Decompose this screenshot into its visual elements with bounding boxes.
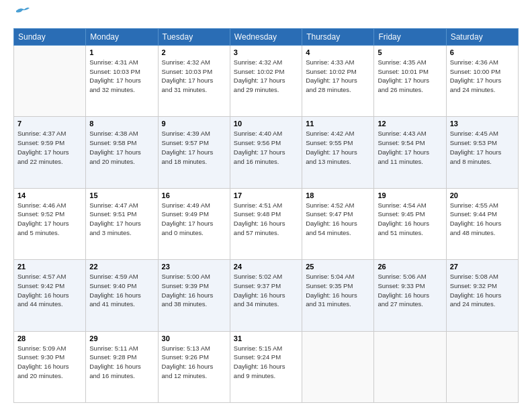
day-info: Sunrise: 4:42 AMSunset: 9:55 PMDaylight:… xyxy=(306,129,370,166)
day-info: Sunrise: 4:47 AMSunset: 9:51 PMDaylight:… xyxy=(89,201,154,238)
weekday-header: Friday xyxy=(374,28,446,45)
weekday-header: Tuesday xyxy=(158,28,230,45)
calendar-cell: 21Sunrise: 4:57 AMSunset: 9:42 PMDayligh… xyxy=(14,260,86,331)
calendar-cell: 10Sunrise: 4:40 AMSunset: 9:56 PMDayligh… xyxy=(230,117,302,188)
calendar-cell: 25Sunrise: 5:04 AMSunset: 9:35 PMDayligh… xyxy=(302,260,374,331)
calendar-cell: 1Sunrise: 4:31 AMSunset: 10:03 PMDayligh… xyxy=(86,45,158,116)
day-info: Sunrise: 5:15 AMSunset: 9:24 PMDaylight:… xyxy=(234,344,298,381)
page: SundayMondayTuesdayWednesdayThursdayFrid… xyxy=(0,0,532,411)
calendar-cell: 2Sunrise: 4:32 AMSunset: 10:03 PMDayligh… xyxy=(158,45,230,116)
day-info: Sunrise: 4:32 AMSunset: 10:03 PMDaylight… xyxy=(162,58,226,95)
day-info: Sunrise: 4:49 AMSunset: 9:49 PMDaylight:… xyxy=(162,201,226,238)
day-number: 6 xyxy=(450,48,515,56)
day-number: 16 xyxy=(162,191,226,199)
day-info: Sunrise: 4:35 AMSunset: 10:01 PMDaylight… xyxy=(378,58,442,95)
day-info: Sunrise: 4:46 AMSunset: 9:52 PMDaylight:… xyxy=(17,201,82,238)
calendar-cell: 13Sunrise: 4:45 AMSunset: 9:53 PMDayligh… xyxy=(446,117,518,188)
day-info: Sunrise: 4:38 AMSunset: 9:58 PMDaylight:… xyxy=(89,129,154,166)
day-info: Sunrise: 4:39 AMSunset: 9:57 PMDaylight:… xyxy=(162,129,226,166)
day-number: 5 xyxy=(378,48,442,56)
day-number: 4 xyxy=(306,48,370,56)
calendar-cell: 29Sunrise: 5:11 AMSunset: 9:28 PMDayligh… xyxy=(86,331,158,402)
calendar-cell: 7Sunrise: 4:37 AMSunset: 9:59 PMDaylight… xyxy=(14,117,86,188)
calendar-cell: 14Sunrise: 4:46 AMSunset: 9:52 PMDayligh… xyxy=(14,188,86,259)
day-number: 10 xyxy=(234,120,298,128)
day-number: 31 xyxy=(234,334,298,342)
day-number: 26 xyxy=(378,263,442,271)
calendar-cell: 17Sunrise: 4:51 AMSunset: 9:48 PMDayligh… xyxy=(230,188,302,259)
day-info: Sunrise: 4:57 AMSunset: 9:42 PMDaylight:… xyxy=(17,272,82,309)
calendar-cell: 11Sunrise: 4:42 AMSunset: 9:55 PMDayligh… xyxy=(302,117,374,188)
day-number: 3 xyxy=(234,48,298,56)
day-number: 13 xyxy=(450,120,515,128)
calendar-cell: 23Sunrise: 5:00 AMSunset: 9:39 PMDayligh… xyxy=(158,260,230,331)
day-info: Sunrise: 5:06 AMSunset: 9:33 PMDaylight:… xyxy=(378,272,442,309)
header xyxy=(13,11,519,24)
calendar-cell: 16Sunrise: 4:49 AMSunset: 9:49 PMDayligh… xyxy=(158,188,230,259)
day-info: Sunrise: 4:59 AMSunset: 9:40 PMDaylight:… xyxy=(89,272,154,309)
day-number: 12 xyxy=(378,120,442,128)
day-number: 29 xyxy=(89,334,154,342)
day-info: Sunrise: 4:51 AMSunset: 9:48 PMDaylight:… xyxy=(234,201,298,238)
day-info: Sunrise: 4:32 AMSunset: 10:02 PMDaylight… xyxy=(234,58,298,95)
calendar-cell: 30Sunrise: 5:13 AMSunset: 9:26 PMDayligh… xyxy=(158,331,230,402)
day-number: 21 xyxy=(17,263,82,271)
calendar-table: SundayMondayTuesdayWednesdayThursdayFrid… xyxy=(13,28,519,403)
day-info: Sunrise: 5:08 AMSunset: 9:32 PMDaylight:… xyxy=(450,272,515,309)
weekday-header: Monday xyxy=(86,28,158,45)
calendar-cell: 19Sunrise: 4:54 AMSunset: 9:45 PMDayligh… xyxy=(374,188,446,259)
day-number: 28 xyxy=(17,334,82,342)
calendar-cell: 15Sunrise: 4:47 AMSunset: 9:51 PMDayligh… xyxy=(86,188,158,259)
day-info: Sunrise: 5:02 AMSunset: 9:37 PMDaylight:… xyxy=(234,272,298,309)
weekday-header: Wednesday xyxy=(230,28,302,45)
day-info: Sunrise: 4:40 AMSunset: 9:56 PMDaylight:… xyxy=(234,129,298,166)
day-info: Sunrise: 5:04 AMSunset: 9:35 PMDaylight:… xyxy=(306,272,370,309)
weekday-header: Sunday xyxy=(14,28,86,45)
day-info: Sunrise: 5:11 AMSunset: 9:28 PMDaylight:… xyxy=(89,344,154,381)
day-number: 1 xyxy=(89,48,154,56)
calendar-cell: 18Sunrise: 4:52 AMSunset: 9:47 PMDayligh… xyxy=(302,188,374,259)
day-number: 14 xyxy=(17,191,82,199)
calendar-cell xyxy=(374,331,446,402)
day-number: 23 xyxy=(162,263,226,271)
day-info: Sunrise: 4:31 AMSunset: 10:03 PMDaylight… xyxy=(89,58,154,95)
weekday-header: Saturday xyxy=(446,28,518,45)
calendar-cell xyxy=(302,331,374,402)
day-number: 22 xyxy=(89,263,154,271)
weekday-header: Thursday xyxy=(302,28,374,45)
day-number: 17 xyxy=(234,191,298,199)
day-number: 30 xyxy=(162,334,226,342)
calendar-cell: 4Sunrise: 4:33 AMSunset: 10:02 PMDayligh… xyxy=(302,45,374,116)
logo-bird-icon xyxy=(15,5,30,17)
day-number: 2 xyxy=(162,48,226,56)
calendar-cell: 6Sunrise: 4:36 AMSunset: 10:00 PMDayligh… xyxy=(446,45,518,116)
day-number: 25 xyxy=(306,263,370,271)
day-number: 18 xyxy=(306,191,370,199)
day-info: Sunrise: 4:54 AMSunset: 9:45 PMDaylight:… xyxy=(378,201,442,238)
day-info: Sunrise: 5:00 AMSunset: 9:39 PMDaylight:… xyxy=(162,272,226,309)
calendar-cell: 12Sunrise: 4:43 AMSunset: 9:54 PMDayligh… xyxy=(374,117,446,188)
calendar-cell: 8Sunrise: 4:38 AMSunset: 9:58 PMDaylight… xyxy=(86,117,158,188)
day-info: Sunrise: 4:52 AMSunset: 9:47 PMDaylight:… xyxy=(306,201,370,238)
calendar-cell: 27Sunrise: 5:08 AMSunset: 9:32 PMDayligh… xyxy=(446,260,518,331)
calendar-cell: 31Sunrise: 5:15 AMSunset: 9:24 PMDayligh… xyxy=(230,331,302,402)
day-info: Sunrise: 4:43 AMSunset: 9:54 PMDaylight:… xyxy=(378,129,442,166)
day-number: 19 xyxy=(378,191,442,199)
calendar-cell xyxy=(14,45,86,116)
day-info: Sunrise: 5:09 AMSunset: 9:30 PMDaylight:… xyxy=(17,344,82,381)
day-number: 11 xyxy=(306,120,370,128)
logo xyxy=(13,11,30,24)
calendar-cell xyxy=(446,331,518,402)
calendar-cell: 22Sunrise: 4:59 AMSunset: 9:40 PMDayligh… xyxy=(86,260,158,331)
calendar-cell: 5Sunrise: 4:35 AMSunset: 10:01 PMDayligh… xyxy=(374,45,446,116)
day-info: Sunrise: 5:13 AMSunset: 9:26 PMDaylight:… xyxy=(162,344,226,381)
day-number: 27 xyxy=(450,263,515,271)
calendar-cell: 26Sunrise: 5:06 AMSunset: 9:33 PMDayligh… xyxy=(374,260,446,331)
calendar-cell: 9Sunrise: 4:39 AMSunset: 9:57 PMDaylight… xyxy=(158,117,230,188)
day-number: 8 xyxy=(89,120,154,128)
day-number: 15 xyxy=(89,191,154,199)
calendar-cell: 20Sunrise: 4:55 AMSunset: 9:44 PMDayligh… xyxy=(446,188,518,259)
day-info: Sunrise: 4:36 AMSunset: 10:00 PMDaylight… xyxy=(450,58,515,95)
day-info: Sunrise: 4:33 AMSunset: 10:02 PMDaylight… xyxy=(306,58,370,95)
calendar-cell: 3Sunrise: 4:32 AMSunset: 10:02 PMDayligh… xyxy=(230,45,302,116)
